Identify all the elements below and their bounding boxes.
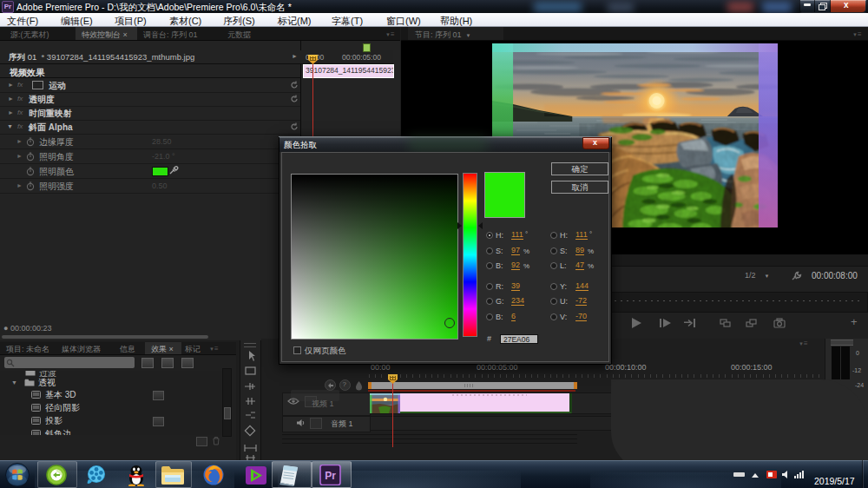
svg-text:Pr: Pr bbox=[325, 470, 336, 482]
